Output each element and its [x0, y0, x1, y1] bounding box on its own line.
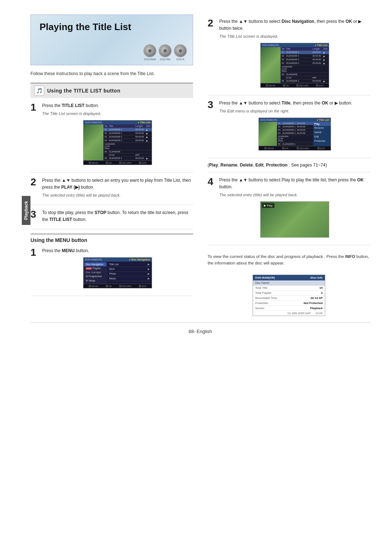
dvd-rw-label: DVD-RW	[160, 58, 171, 61]
step-3-right: 3 Press the ▲▼ buttons to select Title, …	[208, 100, 370, 158]
info-row-recordable-time: Recordable Time02:12 SP	[253, 296, 325, 301]
title-list-heading: Using the TITLE LIST button	[47, 88, 121, 94]
step-2-right: 2 Press the ▲▼ buttons to select Disc Na…	[208, 18, 370, 95]
step-1-menu-text: Press the MENU button.	[42, 247, 193, 254]
step-2-note: The selected entry (title) will be playe…	[42, 192, 193, 199]
screen3-row-3: 0320JAN2005 200:00:00	[277, 128, 313, 132]
screen3-row-6: 0521JAN2005 1	[277, 143, 313, 146]
screen3-row-5: 21JAN2005 11:00 PR11	[277, 135, 313, 143]
title-list-edit-screen: DVD-RAM(VR) ♦ Title List 0119JAN2005 100…	[258, 118, 331, 151]
dvd-ram-icon	[143, 44, 156, 57]
title-banner: Playing the Title List DVD-RAM	[30, 15, 193, 65]
step-3-right-note: The Edit menu is displayed on the right.	[219, 108, 370, 115]
edit-note: (Play, Rename, Delete, Edit, Protection …	[208, 163, 370, 172]
info-header-left: DVD-RAM(VR)	[255, 276, 275, 279]
menu-disc-manager[interactable]: Disc manager	[84, 270, 106, 274]
edit-rename[interactable]: Rename	[313, 126, 331, 130]
menu-right-title-list[interactable]: Title List▶	[108, 262, 151, 267]
screen1-row-8: 0622JAN2005 100:09:06▶	[103, 157, 152, 160]
info-row-screen: ScreenPlayback	[253, 306, 325, 311]
disc-nav-screen: DVD-RAM(VR) ♦ Disc Navigation Disc-Navig…	[83, 257, 152, 288]
title-list-icon: 🎵	[34, 86, 44, 96]
screen2-thumbnail	[261, 47, 281, 83]
screen2-header-left: DVD-RAM(VR)	[262, 44, 279, 46]
menu-right-divx[interactable]: DivX▶	[108, 267, 151, 272]
screen3-header-left: DVD-RAM(VR)	[260, 119, 277, 121]
menu-right-music[interactable]: Music▶	[108, 276, 151, 281]
step-2-right-num: 2	[208, 18, 216, 28]
screen1-row-1: 0119JAN2005 100:02:01▶	[103, 128, 152, 132]
step-2-title-list: 2 Press the ▲▼ buttons to select an entr…	[30, 177, 193, 205]
menu-setup[interactable]: ⚙ Setup	[84, 279, 106, 283]
screen1-header-right: ♦ Title List	[138, 121, 150, 124]
screen2-row-8: 0622JAN2005 100:09:06▶	[281, 79, 329, 83]
step-1-num: 1	[30, 102, 38, 112]
screen3-thumbnail	[259, 122, 277, 146]
screen1-row-2: 0215JAN2005 100:00:00▶	[103, 132, 152, 135]
dvd-ram-label: DVD-RAM	[144, 58, 156, 61]
step-2-right-note: The Title List screen is displayed.	[219, 33, 370, 40]
step-2-text: Press the ▲▼ buttons to select an entry …	[42, 177, 193, 191]
menu-right-photo[interactable]: Photo▶	[108, 272, 151, 276]
screen1-row-3: 0320JAN2005 200:00:00▶	[103, 135, 152, 139]
edit-play[interactable]: Play	[313, 122, 331, 126]
play-badge: ▶ Play	[262, 203, 274, 208]
info-note: To view the current status of the disc a…	[208, 253, 370, 267]
menu-heading: Using the MENU button	[30, 237, 87, 243]
screen3-header-right: ♦ Title List	[317, 119, 329, 121]
edit-protection[interactable]: Protected	[313, 139, 331, 143]
screen3-row-1: 0119JAN2005 100:02:01	[277, 122, 313, 125]
step-3-text: To stop title play, press the STOP butto…	[42, 209, 193, 223]
page-title: Playing the Title List	[40, 21, 184, 33]
step-4-right-text: Press the ▲▼ buttons to select Play to p…	[219, 177, 370, 190]
screen2-row-3: 0320JAN2005 200:00:00▶	[281, 58, 329, 62]
edit-delete[interactable]: Delete	[313, 130, 331, 135]
screen3-row-2: 0215JAN2005 100:00:00	[277, 125, 313, 128]
info-row-protection: ProtectionNot Protected	[253, 301, 325, 306]
step-3-right-num: 3	[208, 100, 216, 110]
screen1-row-6: 0521JAN2005	[103, 150, 152, 153]
step-2-num: 2	[30, 177, 38, 187]
step-2-right-text: Press the ▲▼ buttons to select Disc Navi…	[219, 18, 370, 32]
title-list-screen-1: DVD-RAM(VR) ♦ Title List NoTitleLengthEd…	[83, 120, 152, 165]
step-4-right: 4 Press the ▲▼ buttons to select Play to…	[208, 177, 370, 245]
page-footer: 68- English	[30, 323, 370, 334]
menu-programme[interactable]: ⚙ Programme	[84, 274, 106, 279]
title-list-screen-2: DVD-RAM(VR) ♦ Title List NoTitleLengthEd…	[260, 43, 329, 88]
disc-nav-header-left: DVD-RAM(VR)	[85, 258, 102, 261]
step-1-text: Press the TITLE LIST button.	[42, 102, 193, 109]
step-3-num: 3	[30, 209, 38, 219]
step-3-right-text: Press the ▲▼ buttons to select Title, th…	[219, 100, 370, 107]
dvd-r-icon	[174, 44, 187, 57]
info-footer-datetime: 01 JAN 2005 SAT 12:00	[253, 311, 325, 316]
step-4-right-note: The selected entry (title) will be playe…	[219, 192, 370, 198]
info-row-total-title: Total Title15	[253, 286, 325, 291]
edit-edit[interactable]: Edit	[313, 135, 331, 139]
menu-disc-nav[interactable]: Disc-Navigation	[84, 262, 106, 266]
screen1-thumbnail	[83, 124, 103, 160]
playback-tab: Playback	[22, 196, 30, 225]
screen2-row-6: 0521JAN2005	[281, 73, 329, 76]
screen3-row-4: 0420JAN2005 200:00:00	[277, 132, 313, 135]
step-1-title-list: 1 Press the TITLE LIST button. The Title…	[30, 102, 193, 173]
screen2-row-2: 0215JAN2005 100:00:00▶	[281, 54, 329, 58]
info-row-total-playlist: Total Playlist2	[253, 291, 325, 296]
title-list-section-header: 🎵 Using the TITLE LIST button	[30, 83, 193, 98]
disc-info-screen: DVD-RAM(VR) Disc Info Disc Name Total Ti…	[253, 275, 325, 316]
disc-icons-group: DVD-RAM DVD-RW DVD-R	[143, 44, 187, 61]
info-header-right: Disc Info	[310, 276, 323, 279]
screen1-row-7: 12:00♦SP	[103, 153, 152, 157]
screen2-row-7: 11:51♦SP	[281, 76, 329, 79]
screen2-header-right: ♦ Title List	[315, 44, 327, 46]
play-screen: ▶ Play	[260, 201, 329, 238]
step-3-title-list: 3 To stop title play, press the STOP but…	[30, 209, 193, 229]
menu-section-header: Using the MENU button	[30, 234, 193, 243]
disc-nav-header-right: ♦ Disc Navigation	[129, 258, 150, 261]
intro-text: Follow these instructions to play back a…	[30, 70, 193, 77]
step-1-menu: 1 Press the MENU button. DVD-RAM(VR) ♦ D…	[30, 247, 193, 296]
menu-hdd-playlist[interactable]: HDD Playlist	[84, 266, 106, 270]
step-1-note: The Title List screen is displayed.	[42, 111, 193, 117]
footer-text: 68- English	[188, 329, 212, 334]
screen1-row-4: 0420JAN2005 200:00:00▶	[103, 139, 152, 143]
screen1-row-5: 19JAN2005 12:00 PR12	[103, 143, 152, 150]
